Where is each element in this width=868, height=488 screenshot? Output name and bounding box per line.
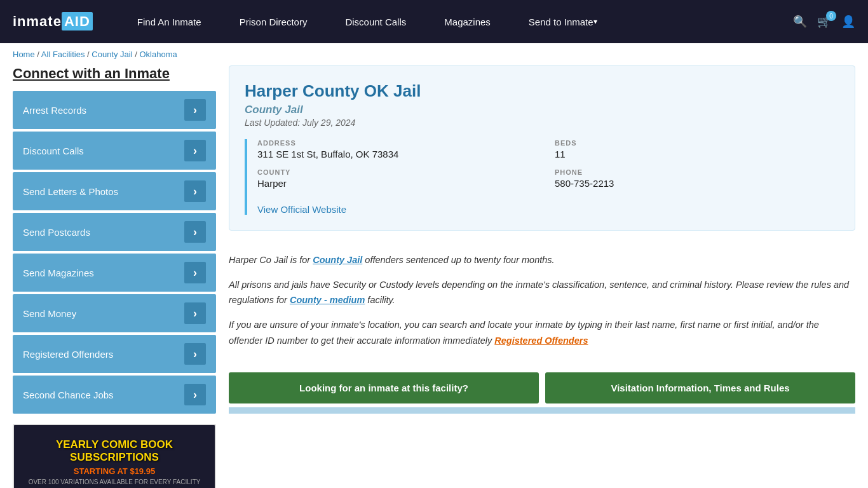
arrow-icon: › [184, 221, 206, 243]
description-2: All prisons and jails have Security or C… [229, 277, 855, 308]
beds-value: 11 [555, 149, 839, 159]
facility-name: Harper County OK Jail [245, 81, 839, 101]
nav-send-to-inmate[interactable]: Send to Inmate [510, 0, 616, 43]
description-3: If you are unsure of your inmate's locat… [229, 317, 855, 348]
breadcrumb-oklahoma[interactable]: Oklahoma [139, 50, 177, 59]
arrow-icon: › [184, 140, 206, 161]
logo-text: inmateAID [13, 13, 93, 30]
breadcrumb-home[interactable]: Home [13, 50, 35, 59]
county-jail-link[interactable]: County Jail [313, 255, 362, 265]
arrow-icon: › [184, 180, 206, 202]
beds-label: BEDS [555, 139, 839, 147]
sidebar-ad[interactable]: YEARLY COMIC BOOKSUBSCRIPTIONS STARTING … [13, 424, 216, 488]
arrow-icon: › [184, 343, 206, 365]
cart-badge: 0 [826, 11, 836, 21]
sidebar-item-send-magazines[interactable]: Send Magazines › [13, 254, 216, 292]
facility-type: County Jail [245, 104, 839, 116]
find-inmate-button[interactable]: Looking for an inmate at this facility? [229, 372, 539, 403]
registered-offenders-link[interactable]: Registered Offenders [494, 336, 588, 346]
county-block: COUNTY Harper [257, 168, 542, 189]
breadcrumb: Home / All Facilities / County Jail / Ok… [0, 43, 868, 65]
facility-updated: Last Updated: July 29, 2024 [245, 118, 839, 128]
ad-title: YEARLY COMIC BOOKSUBSCRIPTIONS [56, 438, 173, 464]
address-value: 311 SE 1st St, Buffalo, OK 73834 [257, 149, 542, 159]
sidebar-item-discount-calls[interactable]: Discount Calls › [13, 132, 216, 170]
sidebar-item-send-money[interactable]: Send Money › [13, 294, 216, 332]
sidebar-item-second-chance-jobs[interactable]: Second Chance Jobs › [13, 376, 216, 414]
nav-discount-calls[interactable]: Discount Calls [326, 0, 425, 43]
phone-block: PHONE 580-735-2213 [555, 168, 839, 189]
logo[interactable]: inmateAID [13, 13, 93, 30]
sidebar: Connect with an Inmate Arrest Records › … [13, 65, 216, 488]
main-content: Harper County OK Jail County Jail Last U… [229, 65, 855, 488]
ad-desc: OVER 100 VARIATIONS AVAILABLE FOR EVERY … [29, 478, 201, 485]
cart-icon[interactable]: 🛒 0 [817, 15, 831, 29]
arrow-icon: › [184, 262, 206, 283]
nav-find-inmate[interactable]: Find An Inmate [118, 0, 220, 43]
phone-label: PHONE [555, 168, 839, 176]
sidebar-item-send-postcards[interactable]: Send Postcards › [13, 213, 216, 251]
info-grid: ADDRESS 311 SE 1st St, Buffalo, OK 73834… [245, 139, 839, 215]
search-icon[interactable]: 🔍 [793, 15, 807, 29]
description-section: Harper Co Jail is for County Jail offend… [229, 243, 855, 366]
navigation: inmateAID Find An Inmate Prison Director… [0, 0, 868, 43]
address-label: ADDRESS [257, 139, 542, 147]
sidebar-item-send-letters[interactable]: Send Letters & Photos › [13, 172, 216, 210]
nav-prison-directory[interactable]: Prison Directory [220, 0, 327, 43]
nav-links: Find An Inmate Prison Directory Discount… [118, 0, 793, 43]
arrow-icon: › [184, 384, 206, 405]
arrow-icon: › [184, 302, 206, 324]
bottom-bar [229, 407, 855, 414]
arrow-icon: › [184, 99, 206, 121]
nav-magazines[interactable]: Magazines [425, 0, 510, 43]
county-value: Harper [257, 178, 542, 189]
sidebar-menu: Arrest Records › Discount Calls › Send L… [13, 91, 216, 414]
description-1: Harper Co Jail is for County Jail offend… [229, 252, 855, 268]
cta-buttons: Looking for an inmate at this facility? … [229, 372, 855, 403]
address-block: ADDRESS 311 SE 1st St, Buffalo, OK 73834 [257, 139, 542, 159]
sidebar-item-registered-offenders[interactable]: Registered Offenders › [13, 335, 216, 373]
phone-value: 580-735-2213 [555, 178, 839, 189]
main-layout: Connect with an Inmate Arrest Records › … [0, 65, 868, 488]
county-label: COUNTY [257, 168, 542, 176]
visitation-button[interactable]: Visitation Information, Times and Rules [545, 372, 855, 403]
website-link[interactable]: View Official Website [257, 204, 346, 215]
sidebar-title: Connect with an Inmate [13, 65, 216, 82]
breadcrumb-all-facilities[interactable]: All Facilities [41, 50, 85, 59]
website-block: View Official Website [257, 198, 839, 215]
sidebar-item-arrest-records[interactable]: Arrest Records › [13, 91, 216, 129]
nav-icons: 🔍 🛒 0 👤 [793, 15, 855, 29]
facility-card: Harper County OK Jail County Jail Last U… [229, 65, 855, 231]
beds-block: BEDS 11 [555, 139, 839, 159]
ad-subtitle: STARTING AT $19.95 [74, 466, 155, 476]
county-medium-link[interactable]: County - medium [290, 295, 365, 305]
breadcrumb-county-jail[interactable]: County Jail [92, 50, 132, 59]
user-icon[interactable]: 👤 [841, 15, 855, 29]
